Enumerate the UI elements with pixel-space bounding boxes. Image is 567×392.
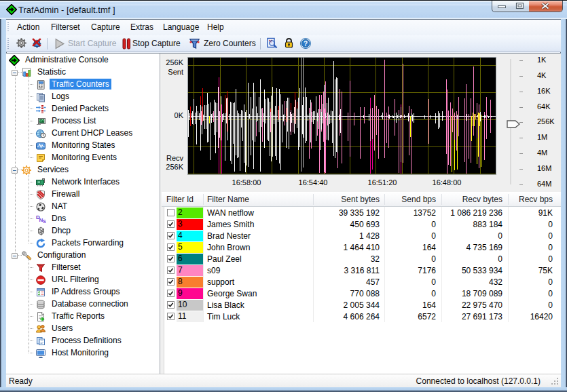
svg-text:S: S — [43, 219, 46, 224]
svg-text:?: ? — [304, 40, 308, 47]
